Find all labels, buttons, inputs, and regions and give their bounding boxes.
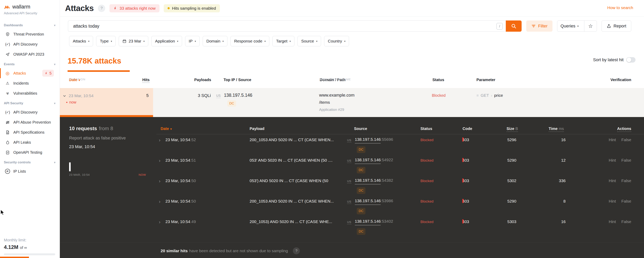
sidebar-item-openapi-testing[interactable]: OpenAPI Testing [0, 147, 60, 158]
filter-chip-application[interactable]: Application [151, 36, 182, 46]
filter-button[interactable]: Filter [526, 20, 552, 32]
report-button[interactable]: Report [602, 20, 631, 32]
wallarm-logo[interactable]: wallarm [0, 0, 60, 10]
question-icon[interactable]: ? [293, 248, 300, 254]
hit-response-code: 403 [462, 220, 469, 224]
hit-payload[interactable]: 053' AND 5020 IN ... CT (CASE WHEN (50 .… [250, 158, 332, 162]
hint-action[interactable]: Hint [609, 158, 616, 162]
hit-date: 23 Mar, 10:54:51 [166, 158, 190, 162]
hit-row[interactable]: ›23 Mar, 10:54:52200_1053 AND 5020 IN ..… [60, 134, 644, 155]
hit-row[interactable]: ›23 Mar, 10:54:51053' AND 5020 IN ... CT… [60, 155, 644, 175]
hit-source-ip[interactable]: 138.197.5.146:54922 [355, 158, 381, 164]
attacks-count-badge: 5 [42, 70, 54, 77]
col-hit-size[interactable]: SizeB [506, 126, 518, 131]
hit-source-ip[interactable]: 138.197.5.146:53986 [355, 198, 381, 205]
chevron-right-icon[interactable]: › [159, 199, 160, 204]
slash-shortcut-icon: / [496, 23, 503, 30]
hit-row[interactable]: ›23 Mar, 10:54:50200_1053 AND 5020 IN ..… [60, 196, 644, 216]
datacenter-tag[interactable]: DC [357, 146, 366, 153]
hint-action[interactable]: Hint [609, 220, 616, 224]
sidebar-item-api-discovery[interactable]: {✓}API Discovery [0, 39, 60, 49]
attacks-now-badge[interactable]: 33 attacks right now [110, 4, 160, 12]
bot-icon [5, 120, 10, 124]
datacenter-tag[interactable]: DC [357, 187, 366, 194]
hit-row[interactable]: ›23 Mar, 10:54:50053') AND 5020 IN ... C… [60, 175, 644, 196]
section-header-events[interactable]: Events [0, 59, 60, 68]
hit-source-ip[interactable]: 138.197.5.146:54382 [355, 178, 381, 184]
section-header-security-controls[interactable]: Security controls [0, 158, 60, 166]
hit-source-ip[interactable]: 138.197.5.146:53402 [355, 219, 381, 225]
attacks-count-tab[interactable]: 15.78K attacks [68, 56, 121, 65]
sidebar-item-attacks[interactable]: ◎Attacks5 [0, 68, 60, 78]
hit-size: 5296 [507, 138, 516, 142]
queries-button[interactable]: Queries ▾ [557, 21, 582, 32]
attack-ip[interactable]: 138.197.5.146 [224, 93, 252, 98]
filter-chip-23-mar[interactable]: 23 Mar [119, 36, 148, 46]
chevron-right-icon[interactable]: › [159, 178, 160, 184]
attack-payloads[interactable]: 3 SQLi [172, 93, 211, 98]
help-icon[interactable]: ? [98, 5, 105, 12]
hint-action[interactable]: Hint [609, 199, 616, 203]
hit-date: 23 Mar, 10:54:50 [166, 199, 190, 204]
search-icon [511, 23, 516, 29]
chevron-right-icon[interactable]: › [159, 158, 160, 163]
parameter-name: price [494, 93, 503, 98]
false-action[interactable]: False [622, 199, 631, 203]
sidebar-item-api-specifications[interactable]: API Specifications [0, 127, 60, 137]
attack-date: 23 Mar, 10:54 [69, 94, 94, 98]
filter-chip-country[interactable]: Country [324, 36, 349, 46]
sidebar-item-api-leaks[interactable]: API Leaks [0, 137, 60, 147]
datacenter-tag[interactable]: DC [357, 208, 366, 214]
chevron-down-icon[interactable] [62, 94, 66, 98]
chevron-right-icon[interactable]: › [159, 138, 160, 143]
chevron-right-icon[interactable]: › [159, 220, 160, 225]
false-action[interactable]: False [622, 138, 631, 142]
hit-time: 12 [546, 158, 566, 162]
datacenter-tag[interactable]: DC [228, 100, 236, 106]
filter-chip-source[interactable]: Source [298, 36, 321, 46]
col-hit-date[interactable]: Date [160, 126, 172, 131]
section-header-api-security[interactable]: API Security [0, 98, 60, 107]
filter-chip-response-code[interactable]: Response code [230, 36, 269, 46]
hit-payload[interactable]: 200_1053 AND 5020 IN ... CT (CASE WHEN..… [250, 199, 334, 204]
favorite-star-button[interactable]: ☆ [584, 21, 597, 32]
datacenter-tag[interactable]: DC [357, 228, 366, 235]
sidebar-item-vulnerabilities[interactable]: ☣Vulnerabilities [0, 88, 60, 98]
sidebar-item-api-abuse-prevention[interactable]: API Abuse Prevention [0, 117, 60, 127]
hit-source-ip[interactable]: 138.197.5.146:55696 [355, 137, 381, 144]
false-action[interactable]: False [622, 158, 631, 162]
sidebar-item-incidents[interactable]: ⚠Incidents [0, 78, 60, 88]
hint-action[interactable]: Hint [609, 138, 616, 142]
active-tab-underline [68, 70, 130, 72]
false-action[interactable]: False [622, 220, 631, 224]
filter-chip-domain[interactable]: Domain [203, 36, 228, 46]
how-to-search-link[interactable]: How to search [607, 6, 633, 10]
filter-label: Filter [538, 24, 548, 28]
datacenter-tag[interactable]: DC [357, 167, 366, 174]
hit-date: 23 Mar, 10:54:49 [166, 220, 190, 224]
hit-row[interactable]: ›23 Mar, 10:54:49200_1053) AND 5020 IN .… [60, 216, 644, 237]
sort-toggle[interactable] [626, 57, 636, 62]
hit-payload[interactable]: 200_1053) AND 5020 IN ... CT (CASE WHE..… [250, 220, 332, 224]
search-input[interactable] [68, 20, 506, 32]
sidebar-item-threat-prevention[interactable]: Threat Prevention [0, 29, 60, 39]
country-tag[interactable]: US [216, 94, 221, 98]
false-action[interactable]: False [622, 178, 631, 183]
attack-row[interactable]: 23 Mar, 10:54 now 5 3 SQLi US 138.197.5.… [60, 88, 644, 117]
hint-action[interactable]: Hint [609, 178, 616, 183]
hit-payload[interactable]: 200_1053 AND 5020 IN ... CT (CASE WHEN..… [250, 138, 334, 142]
filter-chip-attacks[interactable]: Attacks [69, 36, 93, 46]
hit-actions: HintFalse [585, 220, 631, 224]
filter-chip-target[interactable]: Target [272, 36, 294, 46]
filter-chip-type[interactable]: Type [96, 36, 116, 46]
col-hit-time[interactable]: Timems [549, 126, 564, 131]
col-hits[interactable]: Hits [130, 78, 150, 82]
section-header-dashboards[interactable]: Dashboards [0, 20, 60, 29]
sidebar-item-owasp-api-2023[interactable]: OWASP API 2023 [0, 49, 60, 59]
sidebar-item-api-discovery[interactable]: {✓}API Discovery [0, 107, 60, 117]
hit-payload[interactable]: 053') AND 5020 IN ... CT (CASE WHEN (50 [250, 178, 328, 183]
filter-chip-ip[interactable]: IP [185, 36, 200, 46]
sidebar-item-ip-lists[interactable]: IPIP Lists [0, 166, 60, 176]
search-button[interactable] [506, 20, 522, 32]
col-hit-actions[interactable]: Actions [593, 126, 631, 131]
